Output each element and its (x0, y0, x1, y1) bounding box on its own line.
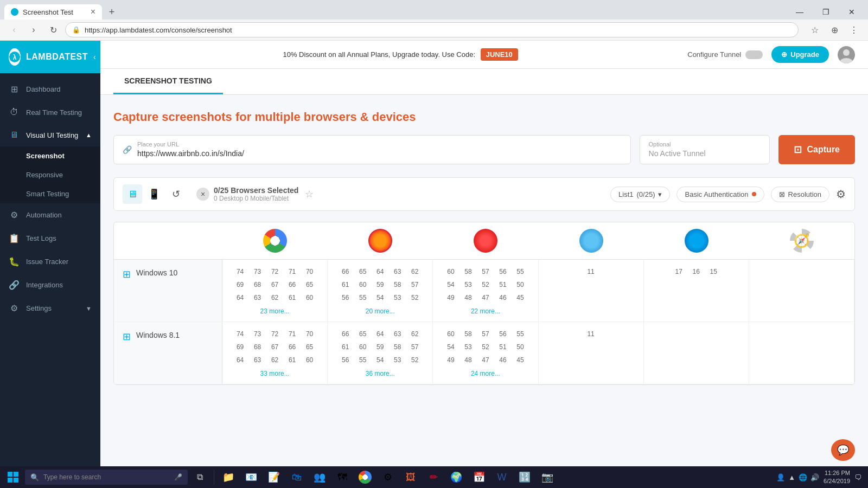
version-item[interactable]: 47 (478, 292, 493, 303)
win10-firefox-more[interactable]: 20 more... (330, 307, 430, 315)
active-tab[interactable]: Screenshot Test × (4, 4, 102, 20)
version-item[interactable]: 58 (461, 329, 476, 339)
version-item[interactable]: 61 (338, 342, 353, 352)
version-item[interactable]: 50 (513, 342, 528, 352)
version-item[interactable]: 71 (285, 266, 300, 277)
sidebar-item-dashboard[interactable]: ⊞ Dashboard (0, 78, 100, 101)
version-item[interactable]: 69 (233, 279, 248, 290)
version-item[interactable]: 15 (706, 266, 721, 277)
version-item[interactable]: 62 (267, 355, 283, 365)
version-item[interactable]: 53 (461, 279, 476, 290)
version-item[interactable]: 56 (338, 292, 353, 303)
version-item[interactable]: 73 (250, 329, 265, 339)
sidebar-collapse-button[interactable]: ‹ (93, 53, 96, 61)
version-item[interactable]: 60 (443, 266, 458, 277)
network-icon[interactable]: 🌐 (799, 473, 807, 481)
version-item[interactable]: 72 (267, 329, 283, 339)
version-item[interactable]: 60 (443, 329, 458, 339)
version-item[interactable]: 54 (373, 292, 388, 303)
basic-auth-button[interactable]: Basic Authentication (676, 187, 764, 202)
version-item[interactable]: 52 (407, 292, 423, 303)
chrome-taskbar-button[interactable] (354, 466, 376, 488)
version-item[interactable]: 70 (302, 266, 317, 277)
version-item[interactable]: 65 (302, 279, 317, 290)
version-item[interactable]: 55 (513, 329, 528, 339)
menu-icon[interactable]: ⋮ (846, 22, 861, 37)
version-item[interactable]: 64 (233, 355, 248, 365)
version-item[interactable]: 51 (495, 342, 510, 352)
sticky-notes-button[interactable]: 📝 (263, 466, 285, 488)
store-button[interactable]: 🛍 (286, 466, 308, 488)
version-item[interactable]: 62 (407, 329, 423, 339)
close-button[interactable]: ✕ (840, 4, 864, 20)
version-item[interactable]: 17 (671, 266, 686, 277)
sidebar-item-issuetracker[interactable]: 🐛 Issue Tracker (0, 250, 100, 273)
sidebar-item-integrations[interactable]: 🔗 Integrations (0, 273, 100, 297)
version-item[interactable]: 64 (373, 266, 388, 277)
win81-chrome-more[interactable]: 33 more... (225, 370, 325, 377)
version-item[interactable]: 58 (390, 279, 405, 290)
version-item[interactable]: 57 (478, 266, 493, 277)
version-item[interactable]: 71 (285, 329, 300, 339)
version-item[interactable]: 54 (443, 342, 458, 352)
up-arrow-icon[interactable]: ▲ (788, 473, 795, 481)
forward-button[interactable]: › (26, 22, 41, 37)
grid-settings-icon[interactable]: ⚙ (836, 188, 846, 201)
user-avatar[interactable] (838, 46, 855, 63)
version-item[interactable]: 54 (443, 279, 458, 290)
win81-firefox-more[interactable]: 36 more... (330, 370, 430, 377)
tab-screenshot-testing[interactable]: SCREENSHOT TESTING (113, 69, 223, 94)
version-item[interactable]: 60 (302, 292, 317, 303)
mobile-device-button[interactable]: 📱 (144, 184, 164, 204)
version-item[interactable]: 63 (250, 355, 265, 365)
version-item[interactable]: 62 (407, 266, 423, 277)
version-item[interactable]: 45 (513, 292, 528, 303)
another-button[interactable]: 📅 (468, 466, 490, 488)
notification-icon[interactable]: 🗨 (854, 473, 861, 481)
settings-taskbar-button[interactable]: ⚙ (377, 466, 399, 488)
back-button[interactable]: ‹ (7, 22, 22, 37)
reset-button[interactable]: ↺ (166, 184, 186, 204)
version-item[interactable]: 52 (478, 279, 493, 290)
version-item[interactable]: 52 (407, 355, 423, 365)
favorite-button[interactable]: ☆ (305, 188, 314, 200)
upgrade-button[interactable]: ⊕ Upgrade (771, 46, 829, 63)
version-item[interactable]: 55 (355, 355, 371, 365)
version-item[interactable]: 47 (478, 355, 493, 365)
tab-close-button[interactable]: × (91, 8, 95, 16)
camera-button[interactable]: 📷 (537, 466, 558, 488)
version-item[interactable]: 48 (461, 292, 476, 303)
version-item[interactable]: 55 (513, 266, 528, 277)
url-input-field[interactable] (137, 149, 622, 158)
version-item[interactable]: 66 (285, 279, 300, 290)
taskbar-clock[interactable]: 11:26 PM 6/24/2019 (824, 469, 850, 486)
sidebar-item-smart[interactable]: Smart Testing (0, 184, 100, 203)
version-item[interactable]: 64 (233, 292, 248, 303)
version-item[interactable]: 65 (355, 266, 371, 277)
version-item[interactable]: 74 (233, 329, 248, 339)
taskbar-search-bar[interactable]: 🔍 Type here to search 🎤 (25, 470, 188, 485)
version-item[interactable]: 56 (495, 329, 510, 339)
version-item[interactable]: 57 (478, 329, 493, 339)
maps-button[interactable]: 🗺 (331, 466, 353, 488)
version-item[interactable]: 53 (390, 292, 405, 303)
volume-icon[interactable]: 🔊 (810, 473, 819, 481)
version-item[interactable]: 58 (461, 266, 476, 277)
version-item[interactable]: 49 (443, 355, 458, 365)
version-item[interactable]: 66 (338, 329, 353, 339)
url-bar[interactable]: 🔒 https://app.lambdatest.com/console/scr… (65, 22, 799, 37)
win81-opera-more[interactable]: 24 more... (435, 370, 535, 377)
version-item[interactable]: 53 (461, 342, 476, 352)
version-item[interactable]: 46 (495, 292, 510, 303)
version-item[interactable]: 70 (302, 329, 317, 339)
version-item[interactable]: 60 (355, 279, 371, 290)
version-item[interactable]: 61 (338, 279, 353, 290)
tunnel-toggle[interactable] (745, 50, 763, 59)
version-item[interactable]: 49 (443, 292, 458, 303)
word-button[interactable]: W (491, 466, 513, 488)
version-item[interactable]: 16 (688, 266, 704, 277)
win10-opera-more[interactable]: 22 more... (435, 307, 535, 315)
version-item[interactable]: 57 (407, 279, 423, 290)
resolution-button[interactable]: ⊠ Resolution (771, 187, 829, 202)
version-item[interactable]: 48 (461, 355, 476, 365)
